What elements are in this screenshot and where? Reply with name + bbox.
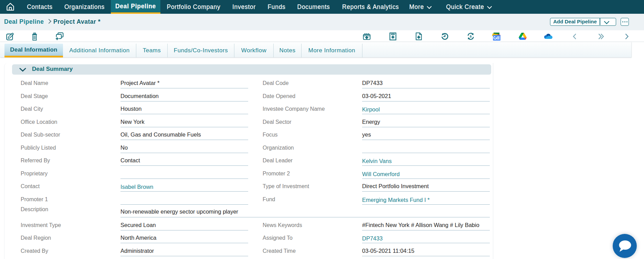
svg-text:$: $ — [470, 34, 472, 38]
